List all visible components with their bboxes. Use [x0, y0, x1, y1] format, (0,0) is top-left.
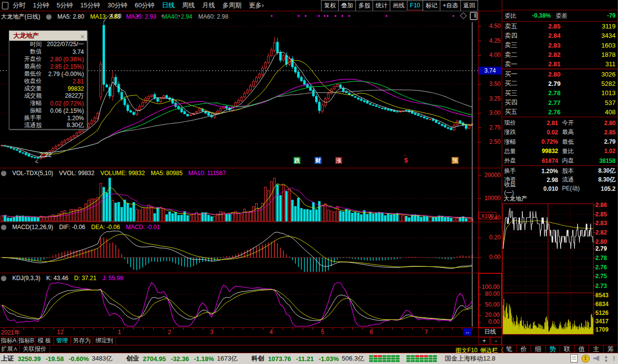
quote-tab[interactable]: 势 — [546, 345, 561, 353]
order-book-row[interactable]: 卖二2.821878 — [502, 50, 618, 59]
tooltip-value: 1.20% — [42, 115, 87, 122]
order-book-row[interactable]: 卖四2.843434 — [502, 31, 618, 40]
quote-tab[interactable]: 筹 — [604, 345, 618, 353]
order-book-row[interactable]: 买三2.781013 — [502, 88, 618, 98]
quote-tab[interactable]: 联 — [560, 345, 575, 353]
tool-button[interactable]: 复权 — [321, 0, 338, 11]
tool-button[interactable]: 叠加 — [338, 0, 355, 11]
tooltip-row: 涨幅0.02 (0.72%) — [9, 100, 87, 107]
period-tab[interactable]: 多周期 — [222, 1, 242, 10]
event-marker[interactable]: 涨 — [335, 157, 342, 164]
order-quantity: 537 — [561, 99, 618, 106]
event-marker[interactable]: $ˆ — [403, 157, 409, 164]
collapse-icon[interactable]: ˇ — [46, 14, 52, 20]
order-book-row[interactable]: 卖五2.853119 — [502, 22, 618, 31]
tool-button[interactable]: 标记 — [423, 0, 440, 11]
quote-tab[interactable]: 细 — [531, 345, 546, 353]
detail-label: PE(动) — [558, 184, 586, 193]
index-name[interactable]: 上证 — [1, 354, 14, 363]
event-marker[interactable]: 跌 — [294, 157, 300, 164]
index-amount: 506.3亿 — [342, 354, 364, 363]
index-value[interactable]: 1073.76 — [268, 355, 291, 363]
up-arrows-icon[interactable]: ▲ ▲ — [603, 355, 609, 362]
window-icon[interactable] — [2, 2, 8, 9]
bottom-tab[interactable]: 指标A — [0, 337, 18, 345]
period-tab[interactable]: 15分钟 — [80, 1, 100, 10]
tooltip-value: 3.74 — [42, 49, 87, 55]
heat-cell — [429, 360, 432, 362]
collapse-icon[interactable]: ˇ — [1, 225, 6, 230]
bottom-tab[interactable]: 另存为 — [71, 337, 93, 345]
price-axis-label: 4.00 — [480, 52, 501, 58]
period-tab[interactable]: 月线 — [202, 1, 215, 10]
order-level-label: 卖四 — [502, 31, 526, 40]
bottom-tab[interactable]: 指标B — [18, 337, 35, 345]
tooltip-value: 2822万 — [42, 92, 87, 100]
detail-label: 流通 — [558, 176, 586, 184]
collapse-icon[interactable]: ˇ — [1, 276, 6, 281]
heat-cell — [415, 360, 419, 362]
index-value[interactable]: 2704.95 — [143, 355, 166, 363]
tool-button[interactable]: 返回 — [460, 0, 478, 11]
weicha-value: -79 — [567, 12, 618, 19]
period-tab[interactable]: 1分钟 — [33, 1, 49, 10]
alert-icon[interactable]: ! — [613, 355, 615, 362]
detail-value: 8.30亿 — [586, 176, 618, 184]
bottom-tab[interactable]: 模 板 — [35, 337, 54, 345]
tool-button[interactable]: 多股 — [355, 0, 373, 11]
bottom-tab[interactable]: 扩展∧ — [0, 345, 20, 353]
tool-button[interactable]: F10 — [407, 0, 423, 10]
order-book-row[interactable]: 买五2.76408 — [502, 107, 618, 117]
zoom-out-button[interactable]: - — [490, 337, 502, 345]
order-book-row[interactable]: 买四2.77537 — [502, 98, 618, 107]
period-tab[interactable]: 分时 — [13, 1, 26, 10]
time-axis-label: 3 — [210, 329, 214, 336]
period-tab[interactable]: 5分钟 — [56, 1, 73, 10]
indicator-value: MACD: -0.01 — [126, 224, 160, 231]
zoom-in-button[interactable]: + — [479, 337, 490, 345]
event-marker[interactable]: 财 — [315, 157, 322, 164]
indicator-value: VOLUME: 99832 — [100, 170, 145, 177]
quote-tab[interactable]: 主 — [589, 345, 604, 353]
quote-tab[interactable]: 笔 — [502, 345, 517, 353]
document-icon[interactable] — [570, 354, 578, 363]
order-book-row[interactable]: 买二2.795282 — [502, 79, 618, 88]
volume-unit-box: X100 — [479, 212, 496, 219]
close-icon[interactable]: ✕ — [80, 32, 85, 42]
time-axis-label: 1 — [118, 329, 121, 336]
event-marker[interactable]: 预 — [452, 157, 458, 164]
order-book-row[interactable]: 买一2.803026 — [502, 70, 618, 79]
collapse-icon[interactable]: ˇ — [1, 171, 6, 176]
quote-tab[interactable]: 价 — [517, 345, 532, 353]
status-bar: 上证3250.39-19.58-0.60%3483亿创业2704.95-32.3… — [0, 353, 618, 364]
broker-label[interactable]: 国金上海移动12.8 — [445, 354, 495, 363]
period-tab[interactable]: 60分钟 — [134, 1, 154, 10]
tool-button[interactable]: 画线 — [390, 0, 407, 11]
period-tab[interactable]: 日线 — [162, 1, 175, 10]
bottom-tab[interactable]: 管理 — [54, 337, 71, 345]
detail-divider — [502, 165, 618, 166]
index-value[interactable]: 3250.39 — [18, 355, 41, 363]
heat-cell — [374, 358, 377, 360]
speaker-icon[interactable] — [593, 356, 599, 362]
period-tab[interactable]: 30分钟 — [107, 1, 127, 10]
heat-cell — [429, 355, 432, 357]
bottom-tab[interactable]: 关联报价 — [20, 345, 50, 353]
period-tab[interactable]: 更多› — [249, 1, 264, 10]
toolbar: 复权叠加多股统计画线F10标记+自选返回 — [321, 0, 478, 10]
period-tab[interactable]: 周线 — [182, 1, 195, 10]
index-name[interactable]: 创业 — [126, 354, 139, 363]
index-name[interactable]: 科创 — [251, 354, 264, 363]
tool-button[interactable]: 统计 — [373, 0, 390, 11]
tooltip-title[interactable]: 大龙地产 ✕ — [9, 31, 87, 41]
divider — [502, 10, 618, 10]
bottom-tab[interactable]: 绑定到 — [93, 337, 116, 345]
coin-icon[interactable]: ↥ — [582, 355, 590, 363]
tool-button[interactable]: +自选 — [440, 0, 460, 11]
collapse-panel-icon[interactable] — [470, 12, 478, 20]
order-book-row[interactable]: 卖三2.831603 — [502, 41, 618, 50]
order-book-row[interactable]: 卖一2.81311 — [502, 59, 618, 69]
order-quantity: 311 — [561, 60, 618, 68]
tooltip-row: 收盘价2.81 — [9, 78, 87, 85]
quote-tab[interactable]: 值 — [575, 345, 590, 353]
